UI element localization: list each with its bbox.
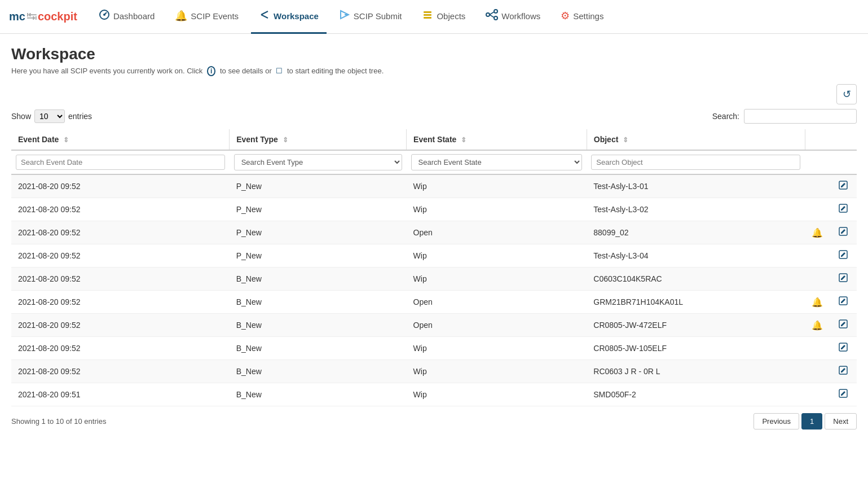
cell-bell: 🔔 <box>805 221 830 244</box>
workflows-icon <box>486 9 498 23</box>
edit-icon[interactable] <box>836 319 850 331</box>
main-content: Workspace Here you have all SCIP events … <box>0 34 868 441</box>
table-row: 2021-08-20 09:52B_NewWipC0603C104K5RAC <box>11 268 857 291</box>
table-body: 2021-08-20 09:52P_NewWipTest-Asly-L3-012… <box>11 174 857 406</box>
cell-date: 2021-08-20 09:51 <box>11 383 230 406</box>
cell-type: B_New <box>230 268 407 291</box>
show-entries: Show 10 25 50 100 entries <box>11 109 92 123</box>
edit-icon[interactable] <box>836 250 850 262</box>
sort-event-date-icon[interactable]: ⇕ <box>63 136 69 144</box>
submit-icon <box>339 9 350 23</box>
entries-select[interactable]: 10 25 50 100 <box>34 109 65 123</box>
filter-event-state[interactable]: Search Event State <box>411 154 583 170</box>
cell-edit <box>830 337 857 360</box>
refresh-button[interactable]: ↺ <box>836 84 857 104</box>
svg-rect-8 <box>424 17 431 19</box>
prev-button[interactable]: Previous <box>754 413 799 430</box>
cell-object: CR0805-JW-472ELF <box>587 314 805 337</box>
svg-point-9 <box>486 13 490 16</box>
filter-event-type[interactable]: Search Event Type <box>234 154 402 170</box>
filter-edit-cell <box>830 150 857 174</box>
cell-bell <box>805 337 830 360</box>
svg-point-10 <box>494 10 497 13</box>
nav-workspace[interactable]: Workspace <box>251 0 327 34</box>
cell-state: Open <box>407 314 587 337</box>
svg-point-11 <box>494 16 497 20</box>
svg-rect-6 <box>424 11 431 13</box>
cell-bell <box>805 198 830 221</box>
bell-icon[interactable]: 🔔 <box>812 321 823 330</box>
refresh-icon: ↺ <box>843 88 851 100</box>
cell-object: Test-Asly-L3-02 <box>587 198 805 221</box>
cell-bell <box>805 174 830 198</box>
table-footer: Showing 1 to 10 of 10 entries Previous 1… <box>11 413 857 430</box>
sort-event-type-icon[interactable]: ⇕ <box>283 136 288 144</box>
logo-mc: mc <box>9 10 25 23</box>
cell-edit <box>830 314 857 337</box>
filter-event-date-cell <box>11 150 230 174</box>
page-1-button[interactable]: 1 <box>801 413 822 430</box>
nav-scip-submit[interactable]: SCIP Submit <box>331 0 410 34</box>
page-desc-text2: to see details or <box>220 67 272 75</box>
next-button[interactable]: Next <box>825 413 857 430</box>
table-row: 2021-08-20 09:52P_NewWipTest-Asly-L3-02 <box>11 198 857 221</box>
cell-type: B_New <box>230 360 407 383</box>
page-desc-text3: to start editing the object tree. <box>287 67 384 75</box>
svg-point-1 <box>103 14 105 16</box>
sort-object-icon[interactable]: ⇕ <box>623 136 628 144</box>
table-row: 2021-08-20 09:52P_NewWipTest-Asly-L3-04 <box>11 244 857 268</box>
dashboard-icon <box>99 9 110 23</box>
logo: mc⭾cockpit <box>9 10 77 23</box>
page-desc-text1: Here you have all SCIP events you curren… <box>11 67 202 75</box>
edit-icon[interactable] <box>836 389 850 401</box>
edit-icon[interactable] <box>836 204 850 216</box>
navbar: mc⭾cockpit Dashboard 🔔 SCIP Events Works… <box>0 0 868 34</box>
nav-workflows-label: Workflows <box>501 11 540 21</box>
nav-workflows[interactable]: Workflows <box>478 0 548 34</box>
objects-icon <box>422 9 433 23</box>
bell-icon[interactable]: 🔔 <box>812 297 823 307</box>
filter-event-type-cell: Search Event Type <box>230 150 407 174</box>
cell-type: P_New <box>230 221 407 244</box>
table-row: 2021-08-20 09:51B_NewWipSMD050F-2 <box>11 383 857 406</box>
edit-icon[interactable] <box>836 366 850 378</box>
col-event-state: Event State ⇕ <box>407 129 587 150</box>
col-actions-edit <box>830 129 857 150</box>
bell-nav-icon: 🔔 <box>175 10 187 22</box>
nav-dashboard[interactable]: Dashboard <box>91 0 162 34</box>
edit-icon[interactable] <box>836 181 850 192</box>
edit-icon-desc: ☐ <box>276 67 283 75</box>
edit-icon[interactable] <box>836 273 850 285</box>
cell-type: B_New <box>230 383 407 406</box>
col-event-date: Event Date ⇕ <box>11 129 230 150</box>
cell-object: Test-Asly-L3-04 <box>587 244 805 268</box>
edit-icon[interactable] <box>836 227 850 239</box>
nav-scip-events[interactable]: 🔔 SCIP Events <box>167 0 246 34</box>
workspace-icon <box>259 9 270 23</box>
svg-line-2 <box>261 11 268 15</box>
cell-type: B_New <box>230 314 407 337</box>
nav-settings[interactable]: ⚙ Settings <box>553 0 611 34</box>
cell-type: P_New <box>230 174 407 198</box>
cell-date: 2021-08-20 09:52 <box>11 268 230 291</box>
global-search-input[interactable] <box>744 109 857 124</box>
nav-objects[interactable]: Objects <box>414 0 473 34</box>
bell-icon[interactable]: 🔔 <box>812 228 823 238</box>
cell-state: Wip <box>407 198 587 221</box>
cell-object: CR0805-JW-105ELF <box>587 337 805 360</box>
nav-scip-events-label: SCIP Events <box>191 11 239 21</box>
edit-icon[interactable] <box>836 296 850 308</box>
col-event-type-label: Event Type <box>236 135 278 144</box>
filter-event-date[interactable] <box>16 155 225 170</box>
cell-state: Wip <box>407 268 587 291</box>
filter-object-cell <box>587 150 805 174</box>
cell-date: 2021-08-20 09:52 <box>11 337 230 360</box>
edit-icon[interactable] <box>836 343 850 354</box>
filter-object[interactable] <box>591 155 800 170</box>
svg-rect-7 <box>424 14 431 16</box>
cell-date: 2021-08-20 09:52 <box>11 291 230 314</box>
col-event-date-label: Event Date <box>18 135 59 144</box>
cell-object: Test-Asly-L3-01 <box>587 174 805 198</box>
workspace-table: Event Date ⇕ Event Type ⇕ Event State ⇕ … <box>11 129 857 406</box>
sort-event-state-icon[interactable]: ⇕ <box>461 136 466 144</box>
